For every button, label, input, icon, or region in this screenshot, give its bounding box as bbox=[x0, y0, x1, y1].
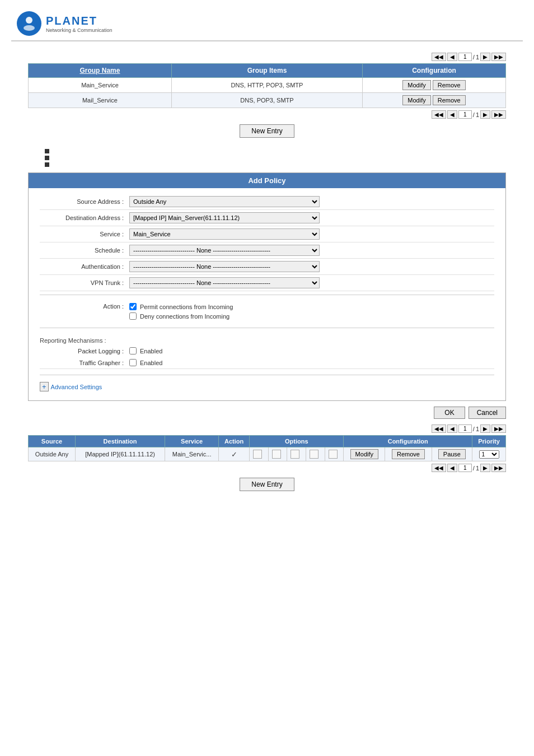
prev-page-btn-top[interactable]: ◀ bbox=[447, 53, 457, 61]
page-total-bot: 1 bbox=[476, 111, 479, 118]
policy-table-section: ◀◀ ◀ / 1 ▶ ▶▶ Source Destination Service… bbox=[28, 424, 506, 491]
policy-modify-btn[interactable]: Modify bbox=[350, 449, 378, 459]
page-input-bot[interactable] bbox=[458, 110, 472, 119]
opt-box-2 bbox=[272, 450, 281, 459]
packet-logging-checkbox[interactable] bbox=[129, 347, 137, 354]
service-label: Service : bbox=[40, 231, 129, 237]
reporting-label: Reporting Mechanisms : bbox=[40, 334, 494, 345]
opt-box-1 bbox=[253, 450, 262, 459]
schedule-select[interactable]: ------------------------------ None ----… bbox=[129, 245, 320, 256]
ok-button[interactable]: OK bbox=[434, 407, 465, 419]
source-address-control: Outside Any bbox=[129, 196, 494, 207]
policy-pause-btn[interactable]: Pause bbox=[438, 449, 466, 459]
source-address-row: Source Address : Outside Any bbox=[40, 194, 494, 210]
page-input-top[interactable] bbox=[458, 53, 472, 61]
policy-first-btn-bot[interactable]: ◀◀ bbox=[432, 464, 446, 472]
remove-btn-0[interactable]: Remove bbox=[433, 80, 466, 90]
group-items-cell-0: DNS, HTTP, POP3, SMTP bbox=[171, 78, 362, 93]
advanced-settings[interactable]: + Advanced Settings bbox=[40, 379, 494, 395]
prev-page-btn-bot[interactable]: ◀ bbox=[447, 110, 457, 119]
permit-checkbox[interactable] bbox=[129, 303, 137, 310]
group-name-cell-1: Mail_Service bbox=[29, 93, 172, 108]
modify-btn-0[interactable]: Modify bbox=[402, 80, 430, 90]
policy-last-btn-bot[interactable]: ▶▶ bbox=[491, 464, 506, 472]
header: PLANET Networking & Communication bbox=[11, 6, 523, 41]
policy-next-btn-bot[interactable]: ▶ bbox=[480, 464, 490, 472]
next-page-btn-bot[interactable]: ▶ bbox=[480, 110, 490, 119]
traffic-grapher-label: Traffic Grapher : bbox=[40, 360, 129, 366]
destination-address-row: Destination Address : [Mapped IP] Main_S… bbox=[40, 210, 494, 226]
policy-page-input-top[interactable] bbox=[458, 424, 472, 433]
next-page-btn-top[interactable]: ▶ bbox=[480, 53, 490, 61]
policy-last-btn-top[interactable]: ▶▶ bbox=[491, 424, 506, 433]
vpn-trunk-label: VPN Trunk : bbox=[40, 279, 129, 286]
policy-next-btn-top[interactable]: ▶ bbox=[480, 424, 490, 433]
add-policy-box: Add Policy Source Address : Outside Any … bbox=[28, 172, 506, 401]
opt-cell-4 bbox=[306, 447, 325, 461]
col-group-name: Group Name bbox=[29, 64, 172, 78]
remove-btn-1[interactable]: Remove bbox=[433, 95, 466, 105]
logo-icon bbox=[17, 11, 41, 36]
traffic-grapher-checkbox[interactable] bbox=[129, 359, 137, 366]
last-page-btn-bot[interactable]: ▶▶ bbox=[491, 110, 506, 119]
modify-btn-1[interactable]: Modify bbox=[402, 95, 430, 105]
divider-1 bbox=[40, 295, 494, 295]
traffic-grapher-row: Traffic Grapher : Enabled bbox=[40, 357, 494, 369]
action-cell: ✓ bbox=[219, 447, 250, 461]
policy-remove-btn[interactable]: Remove bbox=[392, 449, 425, 459]
reporting-section: Reporting Mechanisms : Packet Logging : … bbox=[40, 332, 494, 371]
first-page-btn-bot[interactable]: ◀◀ bbox=[432, 110, 446, 119]
action-checkboxes: Permit connections from Incoming Deny co… bbox=[129, 303, 494, 320]
deny-checkbox-item: Deny connections from Incoming bbox=[129, 312, 494, 320]
service-select[interactable]: Main_Service bbox=[129, 228, 320, 240]
destination-address-select[interactable]: [Mapped IP] Main_Server(61.11.11.12) bbox=[129, 212, 320, 223]
action-control: Permit connections from Incoming Deny co… bbox=[129, 303, 494, 320]
svg-point-2 bbox=[24, 25, 35, 31]
policy-first-btn-top[interactable]: ◀◀ bbox=[432, 424, 446, 433]
schedule-control: ------------------------------ None ----… bbox=[129, 245, 494, 256]
policy-prev-btn-top[interactable]: ◀ bbox=[447, 424, 457, 433]
bullet-3 bbox=[45, 162, 49, 167]
packet-logging-row: Packet Logging : Enabled bbox=[40, 345, 494, 357]
authentication-select[interactable]: ------------------------------ None ----… bbox=[129, 261, 320, 272]
policy-pagination-bottom: ◀◀ ◀ / 1 ▶ ▶▶ bbox=[28, 464, 506, 472]
service-group-pagination-bottom: ◀◀ ◀ / 1 ▶ ▶▶ bbox=[28, 110, 506, 119]
config-cell-1: Modify Remove bbox=[363, 93, 506, 108]
table-row: Main_Service DNS, HTTP, POP3, SMTP Modif… bbox=[29, 78, 506, 93]
packet-logging-sublabel: Enabled bbox=[140, 348, 162, 354]
new-entry-btn-top[interactable]: New Entry bbox=[240, 124, 294, 138]
logo-sub: Networking & Communication bbox=[46, 27, 113, 33]
authentication-label: Authentication : bbox=[40, 263, 129, 270]
col-configuration: Configuration bbox=[363, 64, 506, 78]
last-page-btn-top[interactable]: ▶▶ bbox=[491, 53, 506, 61]
destination-cell: [Mapped IP](61.11.11.12) bbox=[76, 447, 165, 461]
policy-page-input-bot[interactable] bbox=[458, 464, 472, 472]
policy-prev-btn-bot[interactable]: ◀ bbox=[447, 464, 457, 472]
first-page-btn-top[interactable]: ◀◀ bbox=[432, 53, 446, 61]
opt-cell-3 bbox=[287, 447, 306, 461]
logo-text: PLANET Networking & Communication bbox=[46, 15, 113, 33]
source-address-select[interactable]: Outside Any bbox=[129, 196, 320, 207]
deny-checkbox[interactable] bbox=[129, 312, 137, 320]
packet-logging-checkbox-item: Enabled bbox=[129, 347, 494, 354]
new-entry-wrap-bottom: New Entry bbox=[28, 478, 506, 491]
schedule-label: Schedule : bbox=[40, 247, 129, 254]
opt-box-5 bbox=[329, 450, 338, 459]
col-configuration: Configuration bbox=[344, 436, 472, 447]
cancel-button[interactable]: Cancel bbox=[469, 407, 506, 419]
logo-brand: PLANET bbox=[46, 15, 113, 27]
vpn-trunk-select[interactable]: ------------------------------ None ----… bbox=[129, 277, 320, 288]
permit-label: Permit connections from Incoming bbox=[140, 304, 233, 310]
page-sep-top: / bbox=[473, 54, 475, 60]
advanced-settings-label: Advanced Settings bbox=[51, 384, 102, 390]
policy-sep-top: / bbox=[473, 426, 475, 432]
source-address-label: Source Address : bbox=[40, 198, 129, 205]
vpn-trunk-control: ------------------------------ None ----… bbox=[129, 277, 494, 288]
new-entry-btn-bottom[interactable]: New Entry bbox=[240, 478, 294, 491]
traffic-grapher-control: Enabled bbox=[129, 359, 494, 366]
priority-select[interactable]: 1 bbox=[479, 450, 499, 459]
group-name-sort[interactable]: Group Name bbox=[79, 67, 120, 74]
destination-address-control: [Mapped IP] Main_Server(61.11.11.12) bbox=[129, 212, 494, 223]
pause-cell: Pause bbox=[432, 447, 472, 461]
policy-table-row: Outside Any [Mapped IP](61.11.11.12) Mai… bbox=[29, 447, 506, 461]
